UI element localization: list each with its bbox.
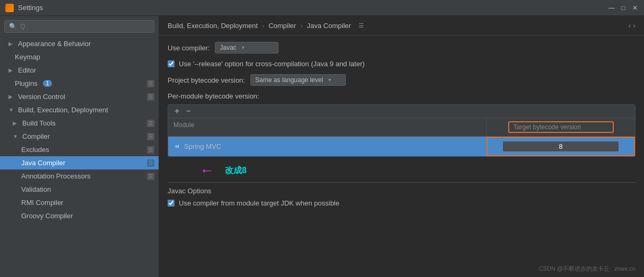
sidebar-item-label: Groovy Compiler bbox=[21, 212, 73, 220]
project-bytecode-label: Project bytecode version: bbox=[168, 76, 245, 84]
th-module: Module bbox=[168, 118, 486, 136]
breadcrumb-part-3: Java Compiler bbox=[307, 22, 351, 30]
sidebar-item-groovy-compiler[interactable]: Groovy Compiler bbox=[0, 209, 159, 222]
release-checkbox-label: Use '--release' option for cross-compila… bbox=[179, 60, 364, 68]
minimize-button[interactable]: — bbox=[608, 4, 615, 12]
content-wrapper: Build, Execution, Deployment › Compiler … bbox=[159, 16, 644, 277]
plugins-badge: 1 bbox=[43, 80, 53, 87]
sidebar-item-label: Version Control bbox=[18, 93, 65, 101]
compiler-select-row: Use compiler: Javac ▼ bbox=[168, 42, 636, 53]
sidebar-item-label: RMI Compiler bbox=[21, 199, 63, 207]
watermark: CSDN @不断进步的友卡丘 znwx.cn bbox=[539, 265, 636, 273]
content-body: Use compiler: Javac ▼ Use '--release' op… bbox=[159, 35, 644, 277]
expand-arrow: ▶ bbox=[8, 41, 15, 47]
sidebar-item-compiler[interactable]: ▼ Compiler ☰ bbox=[0, 130, 159, 143]
td-target bbox=[486, 137, 635, 156]
sidebar-item-build-exec[interactable]: ▼ Build, Execution, Deployment bbox=[0, 103, 159, 117]
sidebar-item-label: Excludes bbox=[21, 146, 49, 154]
maximize-button[interactable]: □ bbox=[620, 4, 627, 12]
table-row[interactable]: M Spring MVC bbox=[168, 137, 635, 156]
content-area: Build, Execution, Deployment › Compiler … bbox=[159, 16, 644, 277]
breadcrumb-part-2: Compiler bbox=[268, 22, 296, 30]
sidebar-item-validation[interactable]: Validation bbox=[0, 183, 159, 196]
build-tools-icon: ☰ bbox=[147, 120, 154, 127]
expand-arrow: ▼ bbox=[8, 107, 15, 113]
bytecode-select-arrow-icon: ▼ bbox=[327, 77, 332, 83]
sidebar-item-annotation-processors[interactable]: Annotation Processors ☰ bbox=[0, 169, 159, 183]
table-header: Module Target bytecode version bbox=[168, 118, 635, 137]
breadcrumb-menu-icon: ☰ bbox=[359, 22, 364, 29]
window-controls: — □ ✕ bbox=[608, 4, 639, 12]
annotation-processors-icon: ☰ bbox=[147, 173, 154, 180]
select-arrow-icon: ▼ bbox=[241, 45, 246, 50]
app-icon bbox=[5, 4, 14, 12]
section-divider bbox=[168, 182, 636, 183]
compiler-selected-value: Javac bbox=[220, 44, 236, 51]
module-icon: M bbox=[173, 143, 181, 150]
expand-arrow: ▶ bbox=[13, 120, 19, 126]
table-toolbar: + − bbox=[168, 105, 635, 118]
title-bar: Settings — □ ✕ bbox=[0, 0, 644, 16]
sidebar-item-appearance[interactable]: ▶ Appearance & Behavior bbox=[0, 37, 159, 50]
project-bytecode-value: Same as language level bbox=[255, 76, 323, 84]
sidebar-item-keymap[interactable]: Keymap bbox=[0, 50, 159, 64]
sidebar-item-rmi-compiler[interactable]: RMI Compiler bbox=[0, 196, 159, 209]
breadcrumb-part-1: Build, Execution, Deployment bbox=[168, 22, 258, 30]
sidebar-item-plugins[interactable]: Plugins 1 ☰ bbox=[0, 77, 159, 90]
td-module: M Spring MVC bbox=[168, 137, 486, 156]
use-compiler-label: Use compiler: bbox=[168, 44, 210, 52]
nav-back-button[interactable]: ‹ bbox=[629, 21, 631, 30]
annotation-row: ← 改成8 bbox=[168, 163, 636, 178]
project-bytecode-select[interactable]: Same as language level ▼ bbox=[250, 74, 346, 86]
breadcrumb-sep-1: › bbox=[262, 22, 264, 30]
sidebar-item-label: Build Tools bbox=[22, 119, 56, 127]
sidebar: 🔍 ▶ Appearance & Behavior Keymap ▶ Edito… bbox=[0, 16, 159, 277]
excludes-icon: ☰ bbox=[147, 146, 154, 154]
javac-options-title: Javac Options bbox=[168, 187, 636, 195]
compiler-icon: ☰ bbox=[147, 133, 154, 140]
annotation-arrow-icon: ← bbox=[199, 163, 214, 178]
expand-arrow: ▶ bbox=[8, 94, 15, 100]
close-button[interactable]: ✕ bbox=[631, 4, 639, 12]
project-bytecode-row: Project bytecode version: Same as langua… bbox=[168, 74, 636, 86]
version-control-icon: ☰ bbox=[147, 93, 154, 101]
sidebar-item-label: Editor bbox=[18, 66, 36, 74]
compiler-module-checkbox[interactable] bbox=[168, 200, 175, 207]
target-bytecode-input[interactable] bbox=[502, 141, 619, 152]
expand-arrow: ▼ bbox=[13, 133, 19, 139]
window-title: Settings bbox=[18, 4, 43, 12]
remove-row-button[interactable]: − bbox=[184, 107, 193, 115]
sidebar-item-java-compiler[interactable]: Java Compiler ☰ bbox=[0, 156, 159, 169]
th-target-highlight: Target bytecode version bbox=[508, 121, 614, 133]
th-target-bytecode: Target bytecode version bbox=[486, 118, 635, 136]
search-icon: 🔍 bbox=[9, 23, 17, 30]
compiler-from-module-row: Use compiler from module target JDK when… bbox=[168, 199, 636, 207]
per-module-table-area: + − Module Target bytecode version bbox=[168, 104, 636, 178]
release-option-row: Use '--release' option for cross-compila… bbox=[168, 60, 636, 68]
sidebar-item-label: Build, Execution, Deployment bbox=[18, 106, 108, 114]
breadcrumb-nav: ‹ › bbox=[629, 21, 636, 30]
sidebar-item-label: Annotation Processors bbox=[21, 172, 91, 180]
java-compiler-icon: ☰ bbox=[147, 159, 154, 167]
sidebar-item-label: Appearance & Behavior bbox=[18, 40, 91, 48]
sidebar-item-build-tools[interactable]: ▶ Build Tools ☰ bbox=[0, 117, 159, 130]
sidebar-item-label: Java Compiler bbox=[21, 159, 65, 167]
main-layout: 🔍 ▶ Appearance & Behavior Keymap ▶ Edito… bbox=[0, 16, 644, 277]
search-input[interactable] bbox=[20, 23, 150, 30]
sidebar-item-editor[interactable]: ▶ Editor bbox=[0, 64, 159, 77]
nav-forward-button[interactable]: › bbox=[633, 21, 636, 30]
per-module-section-title: Per-module bytecode version: bbox=[168, 92, 636, 100]
sidebar-item-label: Plugins bbox=[15, 79, 38, 87]
compiler-select[interactable]: Javac ▼ bbox=[215, 42, 279, 53]
sidebar-item-excludes[interactable]: Excludes ☰ bbox=[0, 143, 159, 156]
breadcrumb-sep-2: › bbox=[300, 22, 302, 30]
compiler-module-label: Use compiler from module target JDK when… bbox=[179, 199, 340, 207]
search-box[interactable]: 🔍 bbox=[4, 20, 154, 33]
add-row-button[interactable]: + bbox=[172, 107, 181, 115]
breadcrumb: Build, Execution, Deployment › Compiler … bbox=[159, 16, 644, 35]
plugins-icon: ☰ bbox=[147, 80, 154, 87]
release-checkbox[interactable] bbox=[168, 60, 175, 67]
sidebar-item-label: Keymap bbox=[15, 53, 40, 61]
sidebar-item-label: Validation bbox=[21, 185, 51, 193]
sidebar-item-version-control[interactable]: ▶ Version Control ☰ bbox=[0, 90, 159, 103]
